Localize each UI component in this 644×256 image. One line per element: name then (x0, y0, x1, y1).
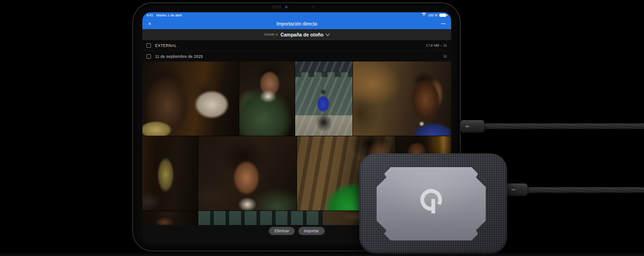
usb-cable-to-ipad (483, 123, 644, 129)
add-to-label: Añadir a (264, 32, 278, 36)
usb-cable-to-drive (526, 187, 644, 193)
chevron-down-icon (326, 31, 330, 36)
more-options-button[interactable]: ••• (438, 18, 449, 29)
wifi-icon (422, 12, 426, 18)
usb-c-plug-drive (504, 184, 528, 196)
usb-connector-marking-icon (465, 126, 469, 127)
delete-button[interactable]: Eliminar (269, 227, 295, 235)
source-size-count: 17,6 MB – 11 (426, 43, 447, 47)
scene: 9:41 Martes 1 de abril 100 % (0, 0, 644, 256)
photo-thumbnail[interactable] (353, 61, 451, 136)
photo-thumbnail[interactable] (142, 211, 198, 225)
front-camera-module (272, 5, 282, 9)
usb-c-plug-ipad (461, 120, 484, 133)
date-group-checkbox[interactable] (146, 54, 151, 59)
photo-thumbnail[interactable] (239, 61, 295, 136)
add-to-bar: Añadir a Campaña de otoño (142, 29, 451, 40)
source-label: EXTERNAL (155, 43, 176, 48)
source-row-date: 11 de septiembre de 2025 11 (142, 51, 451, 62)
photo-thumbnail[interactable] (142, 136, 198, 210)
date-group-count: 11 (443, 54, 447, 58)
drive-metal-plate (377, 167, 486, 241)
front-camera-lens-icon (285, 6, 287, 8)
status-time: 9:41 (146, 12, 153, 18)
external-checkbox[interactable] (146, 43, 151, 48)
battery-icon (439, 14, 446, 17)
status-date: Martes 1 de abril (156, 12, 182, 18)
page-title: Importación directa (277, 21, 317, 26)
camera-sensor-icon (312, 5, 315, 9)
battery-percent: 100 % (428, 12, 438, 18)
photo-thumbnail[interactable] (198, 136, 297, 210)
collection-selector[interactable]: Campaña de otoño (281, 32, 330, 37)
title-bar: × Importación directa ••• (142, 18, 451, 29)
close-button[interactable]: × (145, 18, 155, 29)
status-bar: 9:41 Martes 1 de abril 100 % (142, 12, 451, 18)
usb-connector-marking-icon (511, 189, 515, 190)
photo-thumbnail[interactable] (295, 61, 352, 136)
camera-sensor-dot (306, 7, 307, 8)
g-drive-logo-icon (418, 188, 444, 218)
source-row-external: EXTERNAL 17,6 MB – 11 (142, 40, 451, 51)
photo-thumbnail[interactable] (142, 61, 239, 136)
photo-thumbnail[interactable] (198, 211, 322, 225)
collection-name: Campaña de otoño (281, 32, 324, 37)
floor-reflection (0, 251, 644, 256)
import-button[interactable]: Importar (298, 227, 325, 235)
external-ssd-drive (359, 154, 507, 254)
date-group-label: 11 de septiembre de 2025 (155, 54, 203, 59)
